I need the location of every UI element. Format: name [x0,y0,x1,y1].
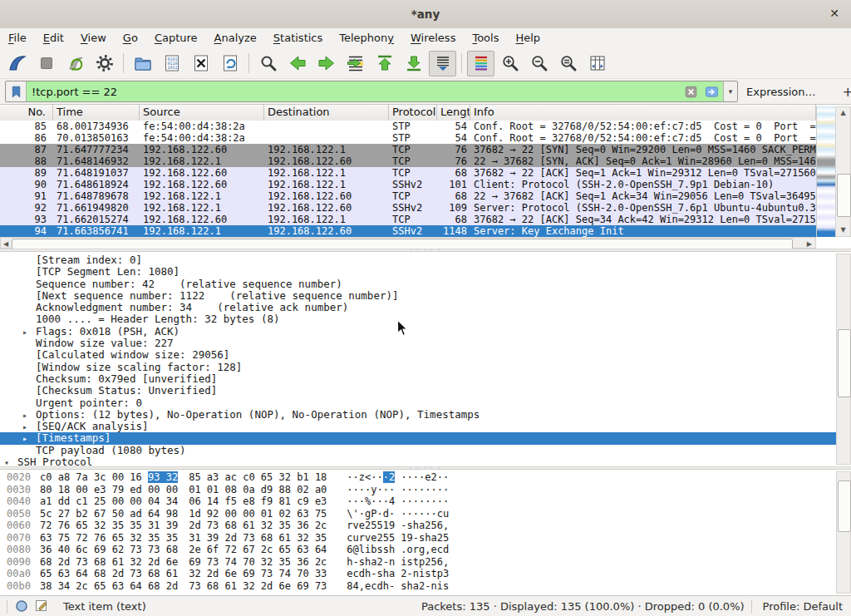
save-file-button[interactable]: 010101101011 [158,51,185,76]
hex-row[interactable]: 007063 75 72 76 65 32 35 3531 39 2d 73 6… [0,532,851,545]
auto-scroll-button[interactable] [429,51,456,76]
packet-row[interactable]: 9371.662015274192.168.122.60192.168.122.… [0,214,816,225]
menu-item[interactable]: Telephony [331,28,402,48]
menu-item[interactable]: File [0,28,35,48]
detail-line[interactable]: [Window size scaling factor: 128] [0,362,851,373]
detail-line[interactable]: Checksum: 0x79ed [unverified] [0,373,851,385]
profile-text[interactable]: Profile: Default [763,600,843,613]
packet-list-hscrollbar[interactable]: ◀ ▶ [0,237,816,249]
packet-row[interactable]: 8568.001734936fe:54:00:d4:38:2aSTP54Conf… [0,121,816,132]
menu-item[interactable]: Wireless [402,28,464,48]
expander-icon[interactable]: ▸ [22,421,36,432]
expander-icon[interactable]: ▸ [22,433,36,444]
details-vscrollbar[interactable] [836,254,851,465]
hex-row[interactable]: 00505c 27 b2 67 50 ad 64 981d 92 00 00 0… [0,508,851,520]
packet-row[interactable]: 9171.648789678192.168.122.1192.168.122.6… [0,190,816,202]
menu-item[interactable]: Analyze [206,28,265,48]
find-packet-button[interactable] [254,51,282,76]
go-back-button[interactable] [283,51,311,76]
colorize-packets-button[interactable] [467,51,494,76]
hex-row[interactable]: 003080 18 00 e3 79 ed 00 0001 01 08 0a d… [0,484,851,496]
column-header-destination[interactable]: Destination [264,105,389,121]
zoom-out-button[interactable] [525,51,553,76]
packet-row[interactable]: 8670.013850163fe:54:00:d4:38:2aSTP54Conf… [0,132,816,144]
detail-line[interactable]: ▸[Timestamps] [0,432,851,444]
hex-row[interactable]: 0040a1 dd c1 25 00 00 04 3406 14 f5 e8 f… [0,495,851,508]
menu-item[interactable]: Go [115,28,146,48]
resize-columns-button[interactable] [583,51,611,76]
open-file-button[interactable] [129,51,156,76]
hex-row[interactable]: 0020c0 a8 7a 3c 00 16 93 3285 a3 ac c0 6… [0,471,851,484]
details-vscroll-thumb[interactable] [838,329,851,397]
detail-line[interactable]: [Stream index: 0] [0,254,851,266]
detail-line[interactable]: [Checksum Status: Unverified] [0,385,851,397]
detail-line[interactable]: [TCP Segment Len: 1080] [0,266,851,278]
scroll-down-icon[interactable]: ▼ [836,227,850,234]
zoom-in-button[interactable] [496,51,524,76]
column-header-source[interactable]: Source [140,105,264,121]
packet-list-minimap[interactable] [816,106,835,237]
filter-bookmark-button[interactable] [6,81,27,101]
menu-item[interactable]: Edit [35,28,72,48]
packet-list-vscrollbar[interactable]: ▲ ▼ [835,106,851,237]
column-header-time[interactable]: Time [53,105,140,121]
menu-item[interactable]: Tools [464,28,507,48]
detail-line[interactable]: ▸[SEQ/ACK analysis] [0,421,851,432]
detail-line[interactable]: Urgent pointer: 0 [0,397,851,409]
packet-row[interactable]: 8971.648191037192.168.122.60192.168.122.… [0,167,816,179]
hex-row[interactable]: 008036 40 6c 69 62 73 73 682e 6f 72 67 2… [0,544,851,556]
go-first-packet-button[interactable] [371,51,398,76]
expression-button[interactable]: Expression… [746,86,816,98]
detail-line[interactable]: Acknowledgment number: 34 (relative ack … [0,302,851,313]
close-icon[interactable]: ✕ [829,7,839,20]
close-file-button[interactable] [187,51,214,76]
expander-icon[interactable]: ▸ [22,410,36,421]
menu-item[interactable]: View [72,28,115,48]
scroll-left-icon[interactable]: ◀ [3,240,8,248]
menu-item[interactable]: Statistics [265,28,331,48]
detail-line[interactable]: Window size value: 227 [0,338,851,349]
restart-capture-button[interactable] [61,51,89,76]
packet-row[interactable]: 9071.648618924192.168.122.60192.168.122.… [0,179,816,190]
expander-icon[interactable]: ▾ [4,457,17,466]
menu-item[interactable]: Help [507,28,548,48]
zoom-reset-button[interactable] [554,51,582,76]
hex-row[interactable]: 006072 76 65 32 35 35 31 392d 73 68 61 3… [0,520,851,532]
capture-options-button[interactable] [91,51,118,76]
add-filter-button[interactable]: + [836,84,851,100]
expander-icon[interactable]: ▸ [22,327,36,338]
packet-row[interactable]: 9271.661949820192.168.122.1192.168.122.6… [0,202,816,214]
go-to-packet-button[interactable] [342,51,369,76]
hex-vscroll-thumb[interactable] [838,480,851,532]
packet-row[interactable]: 8771.647777234192.168.122.60192.168.122.… [0,144,816,155]
menu-item[interactable]: Capture [146,28,206,48]
expert-info-icon[interactable] [15,599,28,613]
hex-row[interactable]: 009068 2d 73 68 61 32 2d 6e69 73 74 70 3… [0,556,851,569]
detail-line[interactable]: ▸Options: (12 bytes), No-Operation (NOP)… [0,409,851,421]
filter-dropdown-caret[interactable]: ▾ [723,81,737,101]
column-header-no[interactable]: No. [0,105,53,121]
detail-line[interactable]: [Next sequence number: 1122 (relative se… [0,290,851,302]
detail-line[interactable]: TCP payload (1080 bytes) [0,445,851,456]
go-forward-button[interactable] [312,51,340,76]
filter-apply-button[interactable] [702,83,721,100]
capture-comment-icon[interactable] [35,599,48,613]
start-capture-button[interactable] [3,51,31,76]
column-header-info[interactable]: Info [470,105,816,121]
vscroll-thumb[interactable] [837,174,851,217]
hex-row[interactable]: 00b038 34 2c 65 63 64 68 2d73 68 61 32 2… [0,580,851,593]
hex-row[interactable]: 00a065 63 64 68 2d 73 68 6132 2d 6e 69 7… [0,568,851,580]
stop-capture-button[interactable] [32,51,60,76]
detail-line[interactable]: ▸Flags: 0x018 (PSH, ACK) [0,326,851,338]
go-last-packet-button[interactable] [400,51,427,76]
scroll-right-icon[interactable]: ▶ [807,240,812,248]
detail-line[interactable]: Sequence number: 42 (relative sequence n… [0,278,851,290]
filter-clear-button[interactable] [681,83,700,100]
display-filter-input[interactable] [27,86,681,98]
column-header-protocol[interactable]: Protocol [389,105,437,121]
detail-line[interactable]: 1000 .... = Header Length: 32 bytes (8) [0,313,851,325]
scroll-up-icon[interactable]: ▲ [836,110,850,116]
detail-line[interactable]: [Calculated window size: 29056] [0,349,851,361]
packet-row[interactable]: 9471.663856741192.168.122.1192.168.122.6… [0,225,816,237]
column-header-length[interactable]: Length [437,105,470,121]
